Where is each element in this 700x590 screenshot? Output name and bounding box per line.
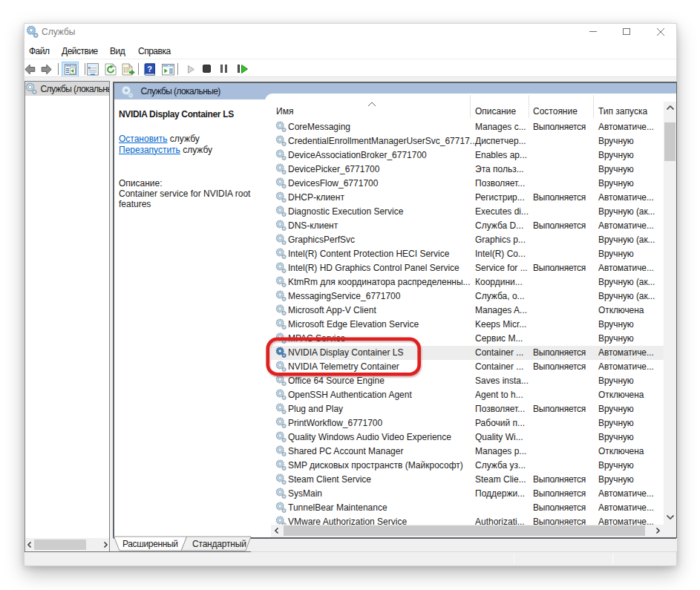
svg-text:?: ? bbox=[147, 64, 152, 73]
